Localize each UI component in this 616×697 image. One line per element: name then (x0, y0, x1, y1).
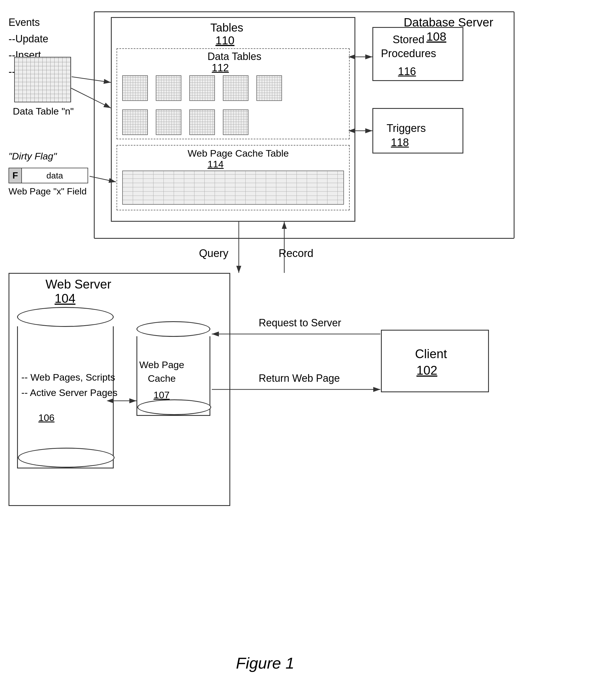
dirty-flag-text: "Dirty Flag" (9, 151, 57, 161)
cache-table-number-text: 114 (207, 159, 224, 169)
grid-table-1 (122, 75, 148, 101)
webpage-field-data-text: data (46, 171, 63, 180)
record-label: Record (279, 247, 313, 259)
webpage-field: F data (9, 168, 88, 183)
tables-label: Tables (210, 21, 243, 34)
request-to-server-text: Request to Server (259, 317, 341, 329)
web-page-cache-label-line2: Cache (139, 372, 184, 385)
stored-proc-label-line2: Procedures (381, 47, 436, 61)
figure-caption: Figure 1 (236, 654, 294, 672)
record-label-text: Record (279, 247, 313, 259)
data-tables-number: 112 (212, 62, 229, 74)
grid-table-8 (189, 109, 215, 135)
cache-table-label-text: Web Page Cache Table (188, 148, 289, 159)
query-label: Query (199, 247, 228, 259)
return-web-page-text: Return Web Page (259, 372, 340, 384)
web-pages-line2: -- Active Server Pages (21, 385, 117, 400)
webpage-field-data: data (22, 168, 88, 183)
webpage-field-f-text: F (13, 170, 18, 181)
cache-table-label: Web Page Cache Table (188, 148, 289, 159)
diagram-container: Database Server 108 Tables 110 Data Tabl… (0, 0, 616, 697)
client-label: Client (415, 347, 447, 361)
web-server-label-text: Web Server (45, 277, 112, 291)
tables-number: 110 (216, 34, 235, 47)
return-web-page-label: Return Web Page (259, 372, 340, 384)
grid-table-3 (189, 75, 215, 101)
grid-table-4 (223, 75, 248, 101)
grid-table-9 (223, 109, 248, 135)
stored-proc-label-line1: Stored (381, 33, 436, 47)
webpage-field-f: F (9, 168, 22, 183)
stored-proc-number-text: 116 (398, 65, 416, 77)
web-page-cache-label-line1: Web Page (139, 358, 184, 372)
webpage-field-label: Web Page "x" Field (9, 186, 87, 197)
client-number-text: 102 (416, 363, 437, 377)
web-page-cache-number-text: 107 (153, 389, 170, 400)
request-to-server-label: Request to Server (259, 317, 341, 329)
tables-number-text: 110 (216, 34, 235, 47)
web-pages-number: 106 (39, 412, 55, 423)
web-page-cache-number: 107 (153, 389, 170, 401)
web-pages-number-text: 106 (39, 412, 55, 423)
client-label-text: Client (415, 347, 447, 361)
web-server-number-text: 104 (55, 291, 75, 305)
figure-caption-text: Figure 1 (236, 654, 294, 672)
query-label-text: Query (199, 247, 228, 259)
stored-proc-number: 116 (398, 65, 416, 78)
data-table-n-text: Data Table "n" (13, 106, 74, 117)
web-pages-text: -- Web Pages, Scripts -- Active Server P… (21, 370, 117, 401)
triggers-label: Triggers (386, 122, 426, 134)
webpage-field-label-text: Web Page "x" Field (9, 186, 87, 196)
grid-table-7 (156, 109, 181, 135)
grid-table-6 (122, 109, 148, 135)
client-number: 102 (416, 363, 437, 377)
data-tables-number-text: 112 (212, 62, 229, 74)
web-pages-cyl-bottom (18, 448, 115, 468)
cache-cyl-bottom (137, 399, 211, 415)
web-pages-cyl-top (17, 307, 114, 327)
client-box (381, 330, 489, 392)
events-line2: --Update (9, 31, 48, 47)
tables-label-text: Tables (210, 21, 243, 34)
grid-row-1 (122, 75, 282, 101)
web-server-number: 104 (55, 291, 75, 306)
cache-grid (122, 170, 344, 205)
grid-table-5 (256, 75, 282, 101)
dirty-flag-label: "Dirty Flag" (9, 151, 57, 162)
web-server-label: Web Server (45, 277, 112, 291)
data-table-n-label: Data Table "n" (13, 106, 74, 117)
triggers-label-text: Triggers (386, 122, 426, 134)
web-pages-line1: -- Web Pages, Scripts (21, 370, 117, 385)
stored-proc-label: Stored Procedures (381, 33, 436, 61)
small-grid (14, 57, 71, 102)
data-tables-label-text: Data Tables (207, 50, 261, 62)
grid-row-2 (122, 109, 248, 135)
events-line1: Events (9, 14, 48, 31)
cache-cyl-top (136, 321, 210, 337)
web-page-cache-label: Web Page Cache (139, 358, 184, 385)
triggers-number: 118 (391, 136, 409, 149)
data-tables-label: Data Tables (207, 50, 261, 62)
grid-table-2 (156, 75, 181, 101)
triggers-number-text: 118 (391, 136, 409, 148)
cache-table-number: 114 (207, 159, 224, 170)
